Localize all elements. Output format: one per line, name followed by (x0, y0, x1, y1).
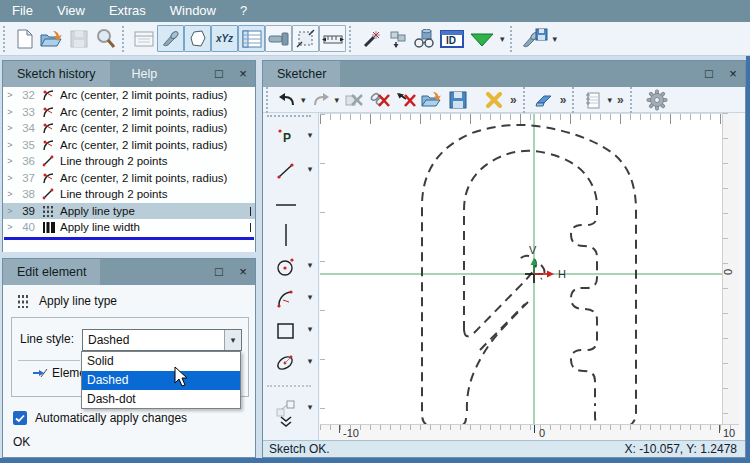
rectangle-tool-button[interactable] (269, 317, 303, 345)
table-view-button[interactable] (238, 25, 265, 52)
history-row-32[interactable]: > 32 Arc (center, 2 limit points, radius… (3, 87, 255, 104)
delete-element-button[interactable] (393, 88, 419, 112)
menu-view[interactable]: View (45, 0, 97, 22)
toolbar-drag-handle[interactable] (266, 87, 271, 113)
history-row-35[interactable]: > 35 Arc (center, 2 limit points, radius… (3, 137, 255, 154)
tab-edit-element[interactable]: Edit element (3, 259, 100, 285)
auto-apply-checkbox[interactable] (13, 411, 27, 425)
save-part-dropdown-caret[interactable]: ▾ (553, 34, 558, 44)
toolbar-drag-handle[interactable] (523, 87, 528, 113)
menu-help[interactable]: ? (228, 0, 259, 22)
measure-button[interactable] (319, 25, 346, 52)
circle-tool-button[interactable] (269, 253, 303, 281)
menu-extras[interactable]: Extras (97, 0, 158, 22)
caret-down-icon[interactable]: ▾ (305, 402, 315, 412)
sketch-geometry[interactable] (422, 125, 636, 426)
arc-tool-button[interactable] (269, 285, 303, 313)
delete-constraint-button[interactable] (367, 88, 393, 112)
save-sketch-button[interactable] (445, 88, 471, 112)
expander-icon[interactable]: > (3, 222, 17, 232)
insert-part-button[interactable] (384, 25, 411, 52)
wizard-button[interactable] (357, 25, 384, 52)
expander-icon[interactable]: > (3, 140, 17, 150)
eraser-button[interactable] (531, 88, 557, 112)
line-style-combobox[interactable]: Dashed ▾ (82, 329, 242, 351)
history-row-40[interactable]: > 40 Apply line width (3, 219, 255, 236)
coordinates-button[interactable]: xYz (211, 25, 238, 52)
toolbar-drag-handle[interactable] (630, 87, 635, 113)
open-file-button[interactable] (38, 25, 65, 52)
auto-apply-label[interactable]: Automatically apply changes (35, 411, 187, 425)
history-row-39-selected[interactable]: > 39 Apply line type (3, 203, 255, 220)
undo-dropdown-caret[interactable]: ▾ (301, 95, 306, 105)
run-button[interactable] (465, 25, 499, 52)
expander-icon[interactable]: > (3, 90, 17, 100)
history-row-33[interactable]: > 33 Arc (center, 2 limit points, radius… (3, 104, 255, 121)
expander-icon[interactable]: > (3, 123, 17, 133)
geometry-mode-button[interactable] (184, 25, 211, 52)
more-tools-button[interactable] (269, 408, 303, 436)
caret-down-icon[interactable]: ▾ (305, 324, 315, 334)
protocol-dropdown-caret[interactable]: ▾ (607, 95, 612, 105)
close-button[interactable]: × (231, 261, 255, 283)
tab-sketcher[interactable]: Sketcher (263, 61, 340, 87)
caret-down-icon[interactable]: ▾ (305, 292, 315, 302)
settings-button[interactable] (644, 88, 670, 112)
history-row-34[interactable]: > 34 Arc (center, 2 limit points, radius… (3, 120, 255, 137)
expander-icon[interactable]: > (3, 156, 17, 166)
more-buttons-chevron[interactable]: » (617, 93, 624, 107)
caret-down-icon[interactable]: ▾ (305, 130, 315, 140)
tab-help[interactable]: Help (110, 67, 180, 81)
redo-dropdown-caret[interactable]: ▾ (335, 95, 340, 105)
save-button[interactable] (65, 25, 92, 52)
ellipse-tool-button[interactable] (269, 349, 303, 377)
examine-button[interactable] (411, 25, 438, 52)
line-tool-button[interactable] (269, 157, 303, 185)
maximize-button[interactable]: □ (207, 63, 231, 85)
point-tool-button[interactable]: P (269, 123, 303, 151)
zoom-button[interactable] (92, 25, 119, 52)
close-button[interactable]: × (231, 63, 255, 85)
expander-icon[interactable]: > (3, 189, 17, 199)
selection-frame-button[interactable] (292, 25, 319, 52)
undo-button[interactable] (274, 88, 300, 112)
run-dropdown-caret[interactable]: ▾ (500, 34, 505, 44)
menu-window[interactable]: Window (158, 0, 228, 22)
menu-file[interactable]: File (0, 0, 45, 22)
horizontal-line-tool-button[interactable] (269, 191, 303, 219)
expander-icon[interactable]: > (3, 107, 17, 117)
part-mode-button[interactable] (157, 25, 184, 52)
dropdown-option-dash-dot[interactable]: Dash-dot (82, 390, 240, 409)
redo-button[interactable] (308, 88, 334, 112)
toolbar-drag-handle[interactable] (3, 26, 8, 52)
tab-sketch-history[interactable]: Sketch history (3, 61, 110, 87)
protocol-button[interactable] (580, 88, 606, 112)
form-view-button[interactable] (130, 25, 157, 52)
combobox-dropdown-button[interactable]: ▾ (224, 330, 241, 350)
history-row-36[interactable]: > 36 Line through 2 points (3, 153, 255, 170)
caret-down-icon[interactable]: ▾ (305, 164, 315, 174)
more-buttons-chevron[interactable]: » (510, 93, 517, 107)
dropdown-option-solid[interactable]: Solid (82, 352, 240, 371)
maximize-button[interactable]: □ (207, 261, 231, 283)
lamp-button[interactable] (265, 25, 292, 52)
history-row-37[interactable]: > 37 Arc (center, 2 limit points, radius… (3, 170, 255, 187)
expander-icon[interactable]: > (3, 173, 17, 183)
expander-icon[interactable]: > (3, 206, 17, 216)
more-buttons-chevron[interactable]: » (560, 93, 567, 107)
caret-down-icon[interactable]: ▾ (305, 356, 315, 366)
vertical-line-tool-button[interactable] (269, 221, 303, 249)
maximize-button[interactable]: □ (697, 63, 721, 85)
close-button[interactable]: × (721, 63, 745, 85)
palette-drag-handle[interactable] (267, 115, 311, 117)
delete-selection-button[interactable] (341, 88, 367, 112)
open-sketch-button[interactable] (419, 88, 445, 112)
save-part-button[interactable] (518, 25, 552, 52)
dropdown-option-dashed[interactable]: Dashed (82, 371, 240, 390)
caret-down-icon[interactable]: ▾ (305, 260, 315, 270)
toolbar-drag-handle[interactable] (572, 87, 577, 113)
history-row-38[interactable]: > 38 Line through 2 points (3, 186, 255, 203)
new-document-button[interactable] (11, 25, 38, 52)
cancel-sketch-button[interactable] (481, 88, 507, 112)
sketch-canvas[interactable]: V H (320, 113, 722, 425)
